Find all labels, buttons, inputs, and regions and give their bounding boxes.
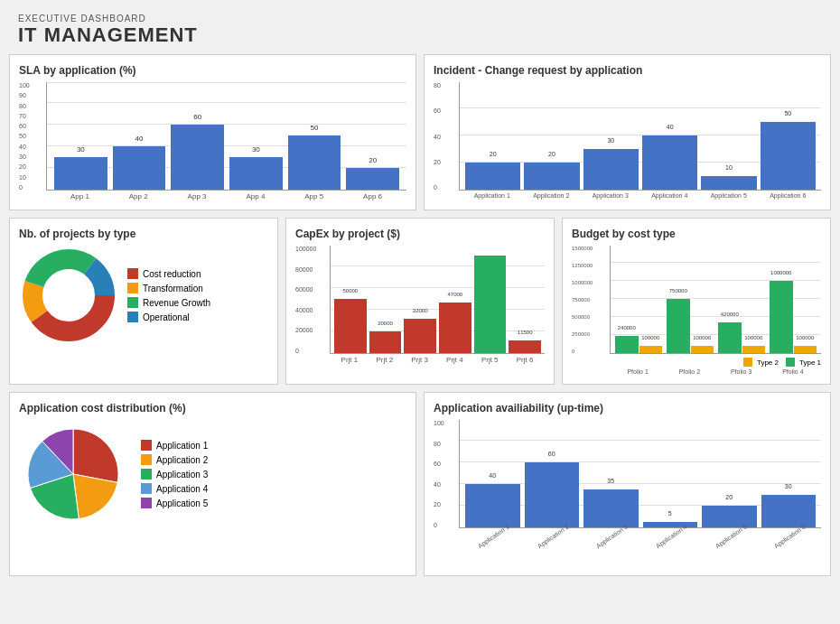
grid-line (47, 124, 406, 125)
projects-legend: Cost reduction Transformation Revenue Gr… (127, 268, 210, 322)
budget-bar-group: 420000100000 (718, 322, 765, 353)
incident-bar: 20 (465, 163, 520, 190)
capex-x-labels: Prjt 1Prjt 2Prjt 3Prjt 4Prjt 5Prjt 6 (330, 356, 545, 364)
availability-card: Application availiability (up-time) 100 … (424, 392, 831, 576)
availability-bars: 40603552030 (459, 420, 821, 528)
header-subtitle: EXECUTIVE DASHBOARD (18, 14, 822, 23)
legend-app2-color (141, 454, 152, 465)
grid-line (47, 102, 406, 103)
budget-x-labels: Pfolio 1Pfolio 2Pfolio 3Pfolio 4 (610, 368, 821, 375)
incident-bar: 40 (642, 135, 697, 190)
incident-bar: 10 (701, 176, 756, 190)
incident-y-axis: 80 60 40 20 0 (434, 82, 441, 191)
projects-chart: Cost reduction Transformation Revenue Gr… (19, 246, 268, 345)
incident-bar: 20 (524, 163, 579, 190)
sla-bar: 20 (346, 168, 399, 190)
pie-svg (19, 420, 127, 528)
capex-bar-group: 32000 (404, 319, 436, 353)
app-cost-legend: Application 1 Application 2 Application … (141, 440, 208, 508)
header: EXECUTIVE DASHBOARD IT MANAGEMENT (9, 9, 831, 54)
sla-x-labels: App 1App 2App 3App 4App 5App 6 (46, 192, 406, 200)
incident-bars: 202030401050 (459, 82, 821, 191)
capex-title: CapEx by project ($) (295, 228, 545, 240)
sla-bars: 304060305020 (46, 82, 406, 191)
budget-bars: 2400001000007500001000004200001000001000… (610, 246, 821, 354)
incident-card: Incident - Change request by application… (424, 54, 831, 210)
sla-bar: 40 (113, 146, 166, 190)
budget-bar-group: 1000000100000 (770, 281, 817, 353)
sla-bar: 30 (54, 157, 107, 190)
grid-line (331, 287, 545, 288)
availability-bar: 60 (525, 462, 580, 527)
legend-app3-color (141, 469, 152, 480)
incident-bar: 30 (583, 149, 639, 190)
budget-bar-group: 240000100000 (615, 336, 662, 353)
availability-x-labels: Application 1Application 2Application 3A… (459, 530, 821, 566)
svg-point-4 (51, 277, 87, 313)
budget-legend-type1 (786, 358, 795, 367)
budget-legend: Type 2 Type 1 (610, 358, 821, 367)
projects-title: Nb. of projects by type (19, 228, 268, 240)
grid-line (47, 82, 406, 83)
legend-operational: Operational (127, 312, 210, 322)
sla-card: SLA by application (%) 100 90 80 70 60 5… (9, 54, 416, 210)
capex-bar-group: 20000 (369, 331, 402, 353)
app-cost-title: Application cost distribution (%) (19, 402, 406, 414)
grid-line (611, 262, 821, 263)
legend-cost-reduction: Cost reduction (127, 268, 210, 279)
legend-app1-color (141, 440, 152, 451)
grid-line (460, 440, 821, 441)
pie-segment (73, 429, 118, 482)
grid-line (331, 265, 545, 266)
budget-y-axis: 1500000 1250000 1000000 750000 500000 25… (572, 246, 593, 354)
sla-y-axis: 100 90 80 70 60 50 40 30 20 10 0 (19, 82, 30, 191)
incident-x-labels: Application 1Application 2Application 3A… (459, 192, 821, 199)
legend-color-revenue-growth (127, 297, 138, 308)
capex-bar-group: 11500 (509, 340, 541, 353)
sla-bar: 60 (171, 125, 224, 190)
header-title: IT MANAGEMENT (18, 23, 822, 47)
sla-title: SLA by application (%) (19, 64, 406, 77)
donut-svg (19, 246, 118, 345)
sla-bar: 50 (288, 135, 341, 190)
legend-color-operational (127, 312, 138, 322)
legend-color-cost-reduction (127, 268, 138, 279)
legend-transformation: Transformation (127, 283, 210, 293)
availability-y-axis: 100 80 60 40 20 0 (434, 420, 444, 528)
capex-card: CapEx by project ($) 100000 80000 60000 … (285, 218, 555, 385)
app-cost-card: Application cost distribution (%) Applic… (9, 392, 416, 576)
capex-y-axis: 100000 80000 60000 40000 20000 0 (295, 246, 316, 354)
legend-app5-color (141, 498, 152, 508)
projects-card: Nb. of projects by type Cost reduction (9, 218, 278, 385)
capex-bars: 5000020000320004700011500 (330, 246, 545, 354)
capex-bar-group: 50000 (334, 299, 367, 353)
incident-title: Incident - Change request by application (434, 64, 821, 77)
grid-line (47, 145, 406, 146)
budget-bar-group: 750000100000 (667, 299, 714, 353)
capex-bar-group: 47000 (439, 303, 471, 353)
budget-legend-type2 (743, 358, 752, 367)
sla-bar: 30 (229, 157, 283, 190)
availability-title: Application availiability (up-time) (434, 402, 821, 414)
legend-revenue-growth: Revenue Growth (127, 297, 210, 308)
grid-line (460, 107, 821, 108)
legend-app4-color (141, 483, 152, 494)
budget-title: Budget by cost type (572, 228, 821, 240)
capex-bar-group (474, 256, 507, 353)
budget-card: Budget by cost type 1500000 1250000 1000… (562, 218, 831, 385)
grid-line (460, 461, 821, 462)
legend-color-transformation (127, 283, 138, 293)
app-cost-chart: Application 1 Application 2 Application … (19, 420, 406, 528)
incident-bar: 50 (761, 122, 816, 190)
